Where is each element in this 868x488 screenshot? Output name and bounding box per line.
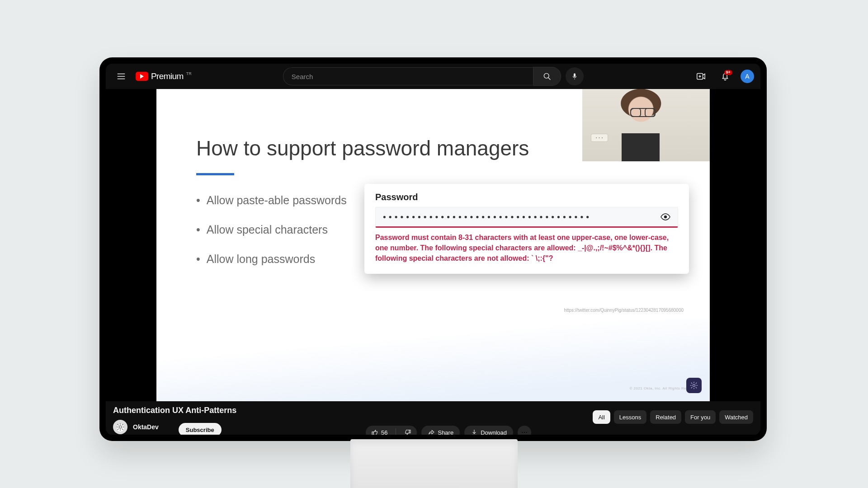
voice-search-button[interactable]: [566, 67, 584, 85]
like-count: 56: [381, 429, 387, 435]
filter-chip-row: All Lessons Related For you Watched: [593, 410, 753, 424]
subscribe-label: Subscribe: [186, 427, 214, 433]
presenter-camera: • • •: [582, 89, 710, 161]
slide-content: How to support password managers Allow p…: [156, 89, 710, 401]
toggle-password-visibility: [660, 211, 671, 223]
chip-all[interactable]: All: [593, 410, 610, 424]
slide-bullet: Allow paste-able passwords: [196, 194, 347, 207]
youtube-logo[interactable]: Premium TR: [136, 71, 192, 81]
download-label: Download: [481, 429, 507, 435]
country-code: TR: [186, 71, 192, 76]
slide-brand-badge: [686, 378, 702, 393]
brand-text: Premium: [151, 71, 184, 81]
hamburger-icon: [116, 71, 126, 81]
create-icon: [696, 71, 706, 81]
channel-avatar[interactable]: [113, 420, 127, 434]
topbar-right: 9+ A: [692, 67, 754, 85]
password-field-label: Password: [375, 192, 678, 202]
slide-bullet: Allow special characters: [196, 223, 347, 236]
chip-for-you[interactable]: For you: [685, 410, 716, 424]
password-error-message: Password must contain 8-31 characters wi…: [375, 232, 678, 264]
subscribe-button[interactable]: Subscribe: [179, 423, 222, 435]
dislike-button[interactable]: [399, 426, 417, 435]
chip-related[interactable]: Related: [650, 410, 681, 424]
svg-line-25: [118, 429, 119, 430]
download-button[interactable]: Download: [464, 426, 513, 435]
svg-point-3: [544, 73, 549, 78]
svg-point-8: [664, 216, 667, 218]
topbar: Premium TR: [106, 64, 760, 89]
password-example-card: Password •••••••••••••••••••••••••••••••…: [364, 184, 689, 274]
search-input[interactable]: [291, 72, 526, 81]
svg-point-9: [693, 385, 695, 387]
thumb-down-icon: [404, 429, 411, 435]
svg-line-14: [691, 383, 693, 384]
monitor-stand: [350, 439, 518, 488]
password-field: ••••••••••••••••••••••••••••••••••••: [375, 207, 678, 228]
svg-line-15: [696, 387, 697, 389]
avatar-initial: A: [745, 73, 749, 80]
microphone-icon: [571, 73, 578, 80]
svg-line-24: [122, 429, 123, 430]
camera-switch-badge: • • •: [591, 134, 608, 141]
okta-sun-icon: [115, 422, 125, 432]
menu-button[interactable]: [112, 67, 130, 85]
thumb-up-icon: [371, 429, 378, 435]
slide-attribution: https://twitter.com/QuinnyPig/status/122…: [564, 308, 684, 313]
more-icon: [521, 429, 528, 435]
search-icon: [542, 72, 552, 81]
youtube-play-icon: [136, 72, 148, 81]
slide-bullet-list: Allow paste-able passwords Allow special…: [196, 194, 347, 282]
share-button[interactable]: Share: [421, 426, 460, 435]
channel-name[interactable]: OktaDev: [133, 423, 159, 431]
search-area: [283, 67, 584, 86]
svg-point-18: [119, 426, 122, 428]
screen: Premium TR: [106, 64, 760, 435]
chip-watched[interactable]: Watched: [719, 410, 753, 424]
svg-line-23: [118, 424, 119, 426]
slide-title: How to support password managers: [196, 136, 529, 160]
pill-divider: [396, 428, 396, 435]
download-icon: [471, 429, 478, 435]
svg-line-17: [696, 383, 697, 384]
svg-point-28: [524, 432, 525, 433]
slide-underline: [196, 173, 234, 175]
share-icon: [428, 429, 435, 435]
like-button[interactable]: 56: [366, 426, 393, 435]
svg-line-26: [122, 424, 123, 426]
eye-icon: [660, 211, 671, 222]
notifications-button[interactable]: 9+: [716, 67, 734, 85]
chip-lessons[interactable]: Lessons: [614, 410, 646, 424]
search-box[interactable]: [283, 67, 533, 85]
below-player: Authentication UX Anti-Patterns OktaDev: [106, 401, 760, 435]
like-dislike-pill: 56: [366, 426, 417, 435]
video-action-row: 56 Share: [366, 423, 531, 435]
more-actions-button[interactable]: [518, 426, 531, 435]
video-player[interactable]: How to support password managers Allow p…: [106, 89, 760, 401]
svg-line-16: [691, 387, 693, 389]
monitor-frame: Premium TR: [99, 57, 767, 441]
password-masked-value: ••••••••••••••••••••••••••••••••••••: [382, 212, 660, 222]
slide-bullet: Allow long passwords: [196, 253, 347, 266]
svg-point-29: [526, 432, 527, 433]
account-avatar[interactable]: A: [741, 70, 754, 83]
create-button[interactable]: [692, 67, 710, 85]
presenter-glasses-shape: [630, 108, 656, 117]
sunburst-icon: [689, 381, 698, 390]
svg-line-4: [548, 78, 551, 80]
svg-point-27: [522, 432, 523, 433]
search-button[interactable]: [533, 67, 561, 86]
share-label: Share: [438, 429, 453, 435]
notification-badge: 9+: [724, 70, 732, 75]
